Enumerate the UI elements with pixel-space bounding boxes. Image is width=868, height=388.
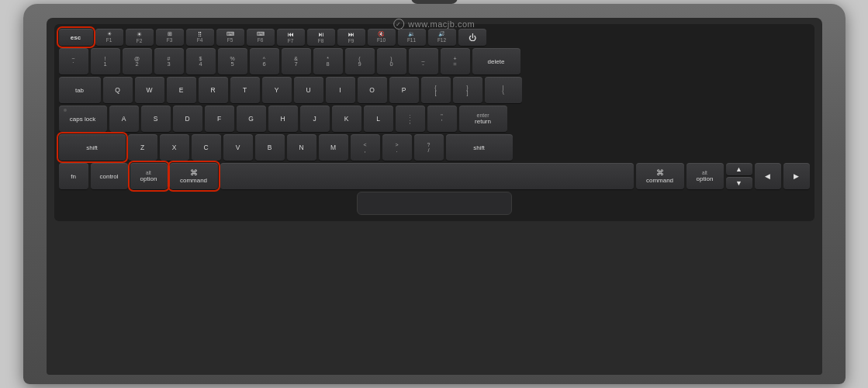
key-slash[interactable]: ? / [414, 134, 444, 161]
key-arrow-left[interactable]: ◀ [755, 163, 781, 189]
qwerty-row: tab Q W E R T Y U I O P { [ } ] [59, 77, 810, 103]
key-a[interactable]: A [109, 106, 139, 132]
key-backslash[interactable]: | \ [485, 77, 522, 103]
key-f[interactable]: F [205, 106, 234, 132]
key-f4-label: F4 [197, 37, 203, 43]
trackpad-area [59, 192, 810, 215]
key-period[interactable]: > . [382, 134, 412, 161]
key-f5-label: F5 [227, 37, 233, 43]
key-f12[interactable]: 🔊 F12 [428, 29, 456, 46]
key-q[interactable]: Q [103, 77, 133, 103]
key-f1[interactable]: ☀ F1 [95, 29, 123, 46]
key-h[interactable]: H [268, 106, 298, 132]
key-f9[interactable]: ⏭ F9 [337, 29, 365, 46]
key-space[interactable] [220, 163, 634, 189]
key-f10-label: F10 [377, 37, 386, 43]
key-f6-label: F6 [258, 37, 264, 43]
key-minus[interactable]: _ - [409, 48, 438, 74]
key-esc[interactable]: esc [59, 29, 93, 46]
key-o[interactable]: O [358, 77, 387, 103]
key-enter[interactable]: enter return [459, 106, 507, 132]
key-command-right-label: command [646, 177, 673, 184]
key-b[interactable]: B [255, 134, 285, 161]
key-arrow-right[interactable]: ▶ [783, 163, 810, 189]
key-j[interactable]: J [300, 106, 330, 132]
key-s[interactable]: S [141, 106, 171, 132]
key-f10[interactable]: 🔇 F10 [368, 29, 396, 46]
key-power[interactable]: ⏻ [458, 29, 486, 46]
key-f1-label: F1 [106, 37, 112, 43]
key-f2[interactable]: ☀ F2 [126, 29, 154, 46]
key-f5[interactable]: ⌨ F5 [216, 29, 244, 46]
key-caps-lock[interactable]: caps lock [59, 106, 107, 132]
key-z[interactable]: Z [128, 134, 157, 161]
key-bracket-open[interactable]: { [ [421, 77, 451, 103]
key-quote[interactable]: " ' [427, 106, 457, 132]
key-0[interactable]: ) 0 [377, 48, 406, 74]
key-g[interactable]: G [237, 106, 266, 132]
key-semicolon[interactable]: : ; [396, 106, 425, 132]
key-backtick[interactable]: ~ ` [59, 48, 88, 74]
key-caps-label: caps lock [70, 116, 95, 123]
key-command-left-label: command [180, 177, 207, 184]
key-1[interactable]: ! 1 [91, 48, 120, 74]
key-n[interactable]: N [287, 134, 316, 161]
key-f8[interactable]: ⏯ F8 [307, 29, 335, 46]
key-tab[interactable]: tab [59, 77, 101, 103]
key-esc-label: esc [71, 34, 81, 41]
key-f4[interactable]: ⣿ F4 [186, 29, 214, 46]
key-bracket-close[interactable]: } ] [453, 77, 482, 103]
key-f7-label: F7 [288, 38, 294, 44]
key-f11[interactable]: 🔉 F11 [398, 29, 426, 46]
key-l[interactable]: L [364, 106, 393, 132]
key-c[interactable]: C [192, 134, 221, 161]
key-6[interactable]: ^ 6 [250, 48, 279, 74]
key-i[interactable]: I [326, 77, 355, 103]
camera-bump [411, 0, 458, 4]
key-v[interactable]: V [223, 134, 253, 161]
key-command-left[interactable]: ⌘ command [170, 163, 218, 189]
key-y[interactable]: Y [262, 77, 292, 103]
key-arrow-down[interactable]: ▼ [726, 177, 752, 189]
key-power-label: ⏻ [469, 33, 476, 42]
key-9[interactable]: ( 9 [345, 48, 375, 74]
key-f11-label: F11 [407, 37, 416, 43]
key-fn[interactable]: fn [59, 163, 88, 189]
trackpad[interactable] [357, 192, 512, 215]
key-f7[interactable]: ⏮ F7 [277, 29, 305, 46]
key-x[interactable]: X [160, 134, 189, 161]
key-k[interactable]: K [332, 106, 361, 132]
key-comma[interactable]: < , [351, 134, 380, 161]
key-delete[interactable]: delete [472, 48, 520, 74]
key-control[interactable]: control [91, 163, 128, 189]
key-m[interactable]: M [319, 134, 348, 161]
key-p[interactable]: P [389, 77, 419, 103]
key-arrow-up[interactable]: ▲ [726, 163, 752, 175]
key-d[interactable]: D [173, 106, 202, 132]
key-shift-left[interactable]: shift [59, 134, 126, 161]
key-f3[interactable]: ⊞ F3 [156, 29, 184, 46]
bottom-row: fn control alt option ⌘ command ⌘ comman [59, 163, 810, 189]
key-option-left[interactable]: alt option [130, 163, 168, 189]
key-f2-label: F2 [137, 38, 143, 44]
key-5[interactable]: % 5 [218, 48, 247, 74]
key-u[interactable]: U [294, 77, 323, 103]
key-7[interactable]: & 7 [282, 48, 311, 74]
key-f8-label: F8 [318, 38, 324, 44]
key-4[interactable]: $ 4 [186, 48, 216, 74]
key-equals[interactable]: + = [441, 48, 470, 74]
number-row: ~ ` ! 1 @ 2 # 3 $ 4 [59, 48, 810, 74]
key-2[interactable]: @ 2 [123, 48, 152, 74]
key-8[interactable]: * 8 [313, 48, 343, 74]
key-command-right[interactable]: ⌘ command [636, 163, 684, 189]
key-f6[interactable]: ⌨ F6 [247, 29, 275, 46]
key-w[interactable]: W [135, 77, 164, 103]
key-shift-right-label: shift [473, 144, 485, 151]
keyboard: esc ☀ F1 ☀ F2 ⊞ F3 ⣿ F4 [54, 24, 814, 221]
key-3[interactable]: # 3 [154, 48, 184, 74]
key-e[interactable]: E [167, 77, 196, 103]
key-shift-right[interactable]: shift [446, 134, 513, 161]
key-option-right[interactable]: alt option [686, 163, 724, 189]
key-r[interactable]: R [199, 77, 228, 103]
key-t[interactable]: T [230, 77, 260, 103]
